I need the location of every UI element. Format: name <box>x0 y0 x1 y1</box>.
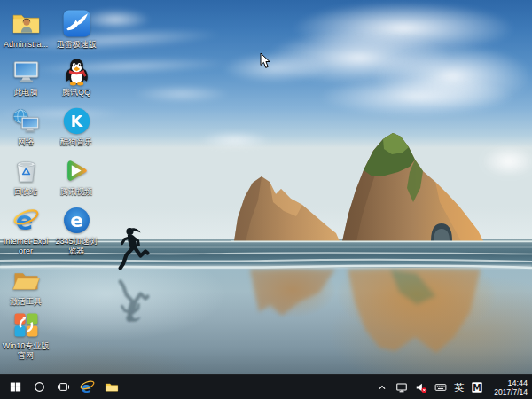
taskbar-buttons <box>0 375 123 399</box>
ie-icon <box>12 206 41 235</box>
desktop-icon-tencent-video[interactable]: 腾讯视频 <box>52 156 100 197</box>
clock-date: 2017/7/14 <box>494 387 528 396</box>
start-icon <box>8 379 23 395</box>
desktop-icon-label: 此电脑 <box>2 88 50 98</box>
browser-2345-icon <box>62 206 91 235</box>
chevron-up-icon <box>376 381 388 394</box>
desktop-icon-xunlei[interactable]: 迅雷极速版 <box>52 9 100 50</box>
desktop-icon-browser-2345[interactable]: 2345加速浏览器 <box>52 206 100 256</box>
desktop-icon-kugou-music[interactable]: 酷狗音乐 <box>52 106 100 147</box>
ie-taskbar-icon <box>79 379 96 395</box>
desktop-icon-internet-explorer[interactable]: Internet Explorer <box>2 206 50 256</box>
desktop-icon-tencent-qq[interactable]: 腾讯QQ <box>52 57 100 98</box>
system-tray: 英 14:44 2017/7/14 <box>376 375 532 399</box>
desktop-icon-label: Win10专业版官网 <box>2 341 50 361</box>
open-folder-icon <box>12 266 41 295</box>
tray-ime-mode[interactable] <box>471 375 483 399</box>
tray-network-status[interactable] <box>395 375 408 399</box>
network-tray-icon <box>395 381 408 394</box>
win10-icon <box>12 310 41 340</box>
recycle-bin-icon <box>12 156 41 185</box>
tray-volume-muted[interactable] <box>415 375 427 399</box>
taskbar-button-file-explorer[interactable] <box>99 375 123 399</box>
taskbar-button-task-view[interactable] <box>51 375 75 399</box>
kugou-icon <box>62 106 91 136</box>
tencent-video-icon <box>62 156 91 185</box>
clock-time: 14:44 <box>494 379 528 387</box>
desktop-icon-label: 网络 <box>2 137 50 147</box>
network-icon <box>12 106 41 136</box>
computer-icon <box>12 57 41 86</box>
desktop-icon-label: Internet Explorer <box>2 237 50 256</box>
search-icon <box>32 379 47 395</box>
taskbar-clock[interactable]: 14:44 2017/7/14 <box>490 379 528 396</box>
desktop-icon-activation-tools[interactable]: 激活工具 <box>2 266 50 307</box>
desktop-icon-network[interactable]: 网络 <box>2 106 50 147</box>
desktop-icon-label: 回收站 <box>2 187 50 197</box>
mouse-cursor <box>260 52 270 69</box>
explorer-folder-icon <box>104 379 120 395</box>
windows-desktop: Administra... 迅雷极速版 此电脑 腾讯QQ 网络 酷狗音乐 回收站… <box>0 0 532 399</box>
keyboard-icon <box>434 381 447 394</box>
desktop-icon-recycle-bin[interactable]: 回收站 <box>2 156 50 197</box>
desktop-icon-label: 迅雷极速版 <box>52 40 100 50</box>
desktop-icon-this-pc[interactable]: 此电脑 <box>2 57 50 98</box>
ime-m-icon <box>471 381 483 394</box>
desktop-icon-win10-site[interactable]: Win10专业版官网 <box>2 310 50 361</box>
task-view-icon <box>56 379 71 395</box>
tray-touch-keyboard[interactable] <box>434 375 447 399</box>
desktop-icon-label: 2345加速浏览器 <box>52 237 100 256</box>
desktop-icon-label: 腾讯视频 <box>52 187 100 197</box>
qq-icon <box>62 57 91 86</box>
taskbar-button-start[interactable] <box>4 375 27 399</box>
desktop-icon-label: 腾讯QQ <box>52 88 100 98</box>
user-folder-icon <box>12 9 41 38</box>
language-indicator-text: 英 <box>454 375 464 399</box>
tray-language-indicator[interactable]: 英 <box>454 375 464 399</box>
taskbar: 英 14:44 2017/7/14 <box>0 374 532 399</box>
taskbar-button-internet-explorer[interactable] <box>75 375 99 399</box>
desktop-icon-administrator[interactable]: Administra... <box>2 9 50 50</box>
taskbar-button-cortana-search[interactable] <box>27 375 51 399</box>
desktop-icon-label: 激活工具 <box>2 297 50 307</box>
desktop-icon-label: 酷狗音乐 <box>52 137 100 147</box>
tray-hidden-icons[interactable] <box>376 375 388 399</box>
desktop-icon-label: Administra... <box>2 40 50 50</box>
thunder-icon <box>62 9 91 38</box>
volume-muted-icon <box>415 381 427 394</box>
